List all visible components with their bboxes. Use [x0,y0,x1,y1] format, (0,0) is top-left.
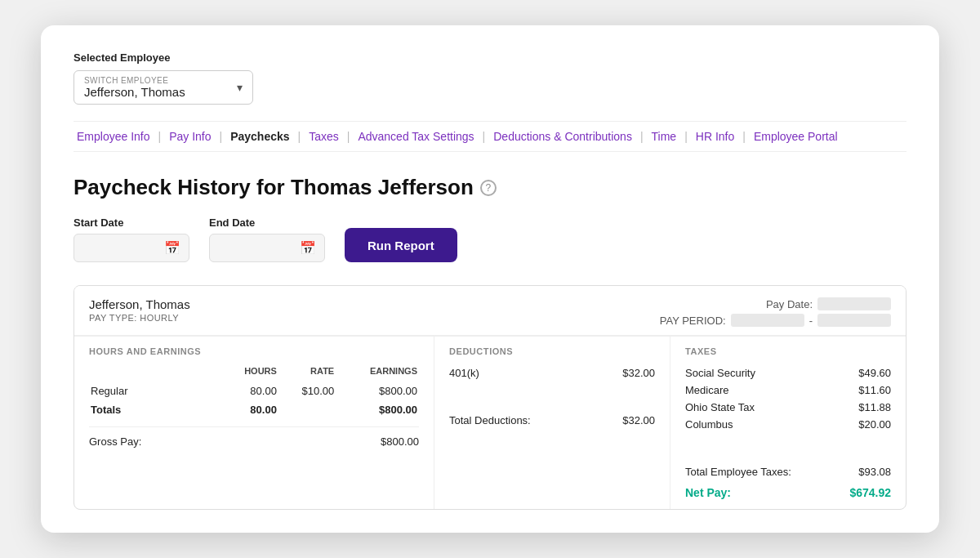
start-date-field: Start Date 📅 [74,217,189,262]
employee-info-left: Jefferson, Thomas PAY TYPE: HOURLY [89,297,190,323]
nav-pay-info[interactable]: Pay Info [166,130,214,143]
pay-date-row: Pay Date: [660,297,891,310]
taxes-header: TAXES [685,346,891,356]
taxes-list: Social Security$49.60Medicare$11.60Ohio … [685,364,891,433]
nav-sep-4: | [347,130,350,143]
nav-time[interactable]: Time [648,130,680,143]
end-date-label: End Date [209,217,325,229]
end-date-input[interactable] [218,242,300,255]
nav-sep-5: | [483,130,486,143]
col-rate-header: RATE [278,366,334,381]
nav-employee-portal[interactable]: Employee Portal [751,130,841,143]
deductions-header: DEDUCTIONS [449,346,655,356]
list-item: Columbus$20.00 [685,416,891,433]
gross-pay-label: Gross Pay: [89,435,141,448]
start-calendar-icon[interactable]: 📅 [164,240,180,256]
tax-amount: $49.60 [858,367,891,379]
pay-period-label: PAY PERIOD: [660,315,726,327]
pay-period-end-value [817,314,891,327]
hours-earnings-section: HOURS AND EARNINGS HOURS RATE EARNINGS R… [74,337,434,509]
col-earnings-header: EARNINGS [336,366,417,381]
data-grid: HOURS AND EARNINGS HOURS RATE EARNINGS R… [74,336,906,509]
nav-sep-8: | [742,130,746,143]
nav-paychecks[interactable]: Paychecks [227,130,292,143]
totals-row: Totals 80.00 $800.00 [91,401,417,418]
end-date-field: End Date 📅 [209,217,325,262]
end-calendar-icon[interactable]: 📅 [300,240,316,256]
totals-earnings: $800.00 [336,401,417,418]
row-rate: $10.00 [278,382,334,400]
selected-employee-label: Selected Employee [74,51,906,64]
gross-pay-row: Gross Pay: $800.00 [89,426,419,448]
total-taxes-row: Total Employee Taxes: $93.08 [685,459,891,478]
list-item: Ohio State Tax$11.88 [685,399,891,416]
nav-deductions[interactable]: Deductions & Contributions [490,130,635,143]
nav-sep-3: | [298,130,301,143]
pay-period-start-value [731,314,804,327]
list-item: 401(k)$32.00 [449,364,655,382]
page-title: Paycheck History for Thomas Jefferson [74,175,474,200]
nav-sep-1: | [158,130,162,143]
tax-amount: $20.00 [858,418,891,431]
pay-period-dash: - [809,315,813,327]
nav-sep-2: | [220,130,223,143]
switch-label: SWITCH EMPLOYEE [84,76,227,85]
page-title-row: Paycheck History for Thomas Jefferson ? [74,175,906,200]
total-taxes-value: $93.08 [858,466,891,478]
tax-amount: $11.88 [858,401,891,413]
table-row: Regular 80.00 $10.00 $800.00 [91,382,417,400]
employee-select[interactable]: SWITCH EMPLOYEE Jefferson, Thomas ▾ [74,70,253,105]
row-label: Regular [91,382,220,400]
nav-hr-info[interactable]: HR Info [693,130,737,143]
deduction-label: 401(k) [449,367,479,379]
net-pay-label: Net Pay: [685,486,731,499]
help-icon[interactable]: ? [480,180,497,196]
main-card: Selected Employee SWITCH EMPLOYEE Jeffer… [41,25,939,533]
tax-label: Medicare [685,384,728,396]
nav-sep-6: | [640,130,644,143]
start-date-input[interactable] [82,242,164,255]
nav-employee-info[interactable]: Employee Info [74,130,154,143]
gross-pay-value: $800.00 [381,435,419,448]
totals-label: Totals [91,401,220,418]
net-pay-value: $674.92 [849,486,891,499]
row-earnings: $800.00 [336,382,417,400]
total-deductions-row: Total Deductions: $32.00 [449,408,655,426]
nav-advanced-tax[interactable]: Advanced Tax Settings [354,130,477,143]
start-date-input-wrapper[interactable]: 📅 [74,234,189,262]
paycheck-table-section: Jefferson, Thomas PAY TYPE: HOURLY Pay D… [74,285,906,510]
start-date-label: Start Date [74,217,189,229]
list-item: Social Security$49.60 [685,364,891,382]
col-hours-header: HOURS [221,366,277,381]
end-date-input-wrapper[interactable]: 📅 [209,234,325,262]
hours-table: HOURS RATE EARNINGS Regular 80.00 $10.00… [89,364,419,420]
tax-label: Social Security [685,367,755,379]
tax-label: Columbus [685,418,733,431]
deductions-list: 401(k)$32.00 [449,364,655,382]
tax-amount: $11.60 [858,384,891,396]
deduction-amount: $32.00 [622,367,655,379]
pay-period-row: PAY PERIOD: - [660,314,891,327]
total-taxes-label: Total Employee Taxes: [685,466,791,478]
net-pay-row: Net Pay: $674.92 [685,481,891,499]
totals-hours: 80.00 [221,401,277,418]
pay-date-value [817,297,891,310]
col-label-header [91,366,220,381]
total-deductions-value: $32.00 [622,414,655,426]
employee-name-select: Jefferson, Thomas [84,85,227,99]
chevron-down-icon: ▾ [237,81,243,94]
nav-taxes[interactable]: Taxes [305,130,342,143]
pay-type: PAY TYPE: HOURLY [89,313,190,323]
hours-earnings-header: HOURS AND EARNINGS [89,346,419,356]
nav-sep-7: | [684,130,688,143]
paycheck-header-row: Jefferson, Thomas PAY TYPE: HOURLY Pay D… [74,286,906,336]
navigation-bar: Employee Info | Pay Info | Paychecks | T… [74,121,906,152]
tax-label: Ohio State Tax [685,401,755,413]
employee-info-right: Pay Date: PAY PERIOD: - [660,297,891,327]
run-report-button[interactable]: Run Report [345,228,457,262]
row-hours: 80.00 [221,382,277,400]
pay-date-label: Pay Date: [766,298,813,310]
paycheck-employee-name: Jefferson, Thomas [89,297,190,311]
total-deductions-label: Total Deductions: [449,414,531,426]
taxes-section: TAXES Social Security$49.60Medicare$11.6… [670,337,906,509]
